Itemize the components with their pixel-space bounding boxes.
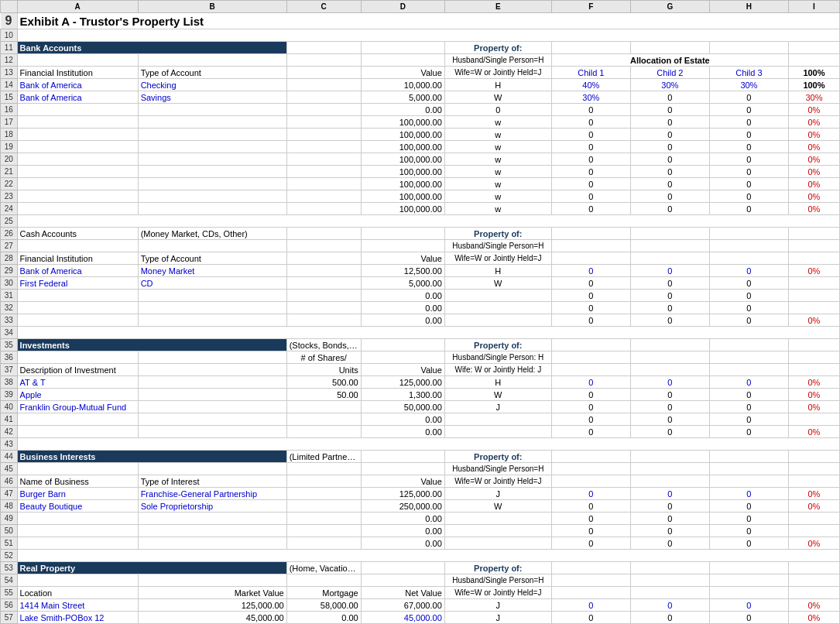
invest-row-40: 40 Franklin Group-Mutual Fund 50,000.00 …: [1, 401, 840, 413]
bank-15-h: 0: [709, 91, 788, 104]
invest-row-41: 41 0.00 000: [1, 413, 840, 426]
cash-label: Cash Accounts: [17, 228, 138, 240]
invest-col-headers: 37 Description of Investment Units Value…: [1, 364, 840, 376]
bank-15-d: 5,000.00: [361, 91, 444, 104]
row-43: 43: [1, 438, 840, 451]
biz-w-label: Wife=W or Jointly Held=J: [444, 475, 551, 488]
row-9-num: 9: [1, 13, 18, 29]
bank-property-of: Property of:: [444, 42, 551, 54]
col-h-header: H: [709, 1, 788, 13]
child1-label: Child 1: [551, 67, 630, 79]
bank-row-22: 22 100,000.00 w 000 0%: [1, 178, 840, 190]
bank-14-i: 100%: [788, 79, 839, 91]
cash-hw-row: 27 Husband/Single Person=H: [1, 240, 840, 252]
bank-15-g: 0: [630, 91, 709, 104]
cash-row-31: 31 0.00 000: [1, 290, 840, 302]
title-row: 9 Exhibit A - Trustor's Property List: [1, 13, 840, 29]
invest-row-38: 38 AT & T 500.00 125,000.00 H 0 0 0 0%: [1, 376, 840, 389]
cash-row-32: 32 0.00 000: [1, 302, 840, 314]
bank-acct-type-col: Type of Account: [138, 67, 286, 79]
biz-hw-row: 45 Husband/Single Person=H: [1, 463, 840, 475]
col-d-header: D: [361, 1, 444, 13]
invest-w-label: Wife: W or Jointly Held: J: [444, 364, 551, 376]
cash-w-label: Wife=W or Jointly Held=J: [444, 252, 551, 265]
bank-accounts-header-row: 11 Bank Accounts Property of:: [1, 42, 840, 54]
real-hw-row: 54 Husband/Single Person=H: [1, 574, 840, 587]
cash-row-29: 29 Bank of America Money Market 12,500.0…: [1, 265, 840, 277]
cash-row-33: 33 0.00 000 0%: [1, 314, 840, 327]
invest-shares-row: 36 # of Shares/ Husband/Single Person: H: [1, 351, 840, 364]
col-f-header: F: [551, 1, 630, 13]
bank-14-f: 40%: [551, 79, 630, 91]
biz-col-headers: 46 Name of Business Type of Interest Val…: [1, 475, 840, 488]
cash-row-30: 30 First Federal CD 5,000.00 W 0 0 0: [1, 277, 840, 290]
invest-header-row: 35 Investments (Stocks, Bonds, Mutual Fu…: [1, 339, 840, 351]
col-g-header: G: [630, 1, 709, 13]
invest-label: Investments: [17, 339, 286, 351]
bank-row-16: 16 0.00 0 0 0 0 0%: [1, 104, 840, 116]
col-i-header: I: [788, 1, 839, 13]
main-title: Exhibit A - Trustor's Property List: [17, 13, 839, 29]
cash-sublabel: (Money Market, CDs, Other): [138, 228, 286, 240]
bank-h-label: Husband/Single Person=H: [444, 54, 551, 67]
bank-value-col: Value: [361, 67, 444, 79]
bank-15-f: 30%: [551, 91, 630, 104]
spreadsheet: A B C D E F G H I 9 Exhibit A - Trustor'…: [0, 0, 840, 624]
bank-w-label: Wife=W or Jointly Held=J: [444, 67, 551, 79]
biz-row-49: 49 0.00 000: [1, 513, 840, 525]
bank-row-24: 24 100,000.00 w 000 0%: [1, 203, 840, 215]
bank-row-19: 19 100,000.00 w 000 0%: [1, 141, 840, 153]
real-row-57: 57 Lake Smith-POBox 12 45,000.00 0.00 45…: [1, 612, 840, 624]
row-25: 25: [1, 215, 840, 228]
child2-label: Child 2: [630, 67, 709, 79]
bank-14-b: Checking: [138, 79, 286, 91]
bank-row-17: 17 100,000.00 w 000 0%: [1, 116, 840, 129]
biz-row-50: 50 0.00 000: [1, 525, 840, 537]
bank-row-14: 14 Bank of America Checking 10,000.00 H …: [1, 79, 840, 91]
col-b-header: B: [138, 1, 286, 13]
bank-15-e: W: [444, 91, 551, 104]
bank-14-h: 30%: [709, 79, 788, 91]
bank-100pct: 100%: [788, 67, 839, 79]
real-h-label: Husband/Single Person=H: [444, 574, 551, 587]
bank-15-a: Bank of America: [17, 91, 138, 104]
bank-14-e: H: [444, 79, 551, 91]
cash-property-of: Property of:: [444, 228, 551, 240]
real-col-headers: 55 Location Market Value Mortgage Net Va…: [1, 587, 840, 599]
real-label: Real Property: [17, 562, 286, 574]
bank-row-20: 20 100,000.00 w 000 0%: [1, 153, 840, 166]
bank-14-g: 30%: [630, 79, 709, 91]
bank-14-a: Bank of America: [17, 79, 138, 91]
invest-shares-label: # of Shares/: [286, 351, 361, 364]
real-row-56: 56 1414 Main Street 125,000.00 58,000.00…: [1, 599, 840, 612]
bank-fin-inst-col: Financial Institution: [17, 67, 138, 79]
row-10: 10: [1, 29, 840, 42]
bank-15-b: Savings: [138, 91, 286, 104]
real-w-label: Wife=W or Jointly Held=J: [444, 587, 551, 599]
bank-15-i: 30%: [788, 91, 839, 104]
bank-col-headers: 13 Financial Institution Type of Account…: [1, 67, 840, 79]
biz-label: Business Interests: [17, 451, 286, 463]
child3-label: Child 3: [709, 67, 788, 79]
cash-header-row: 26 Cash Accounts (Money Market, CDs, Oth…: [1, 228, 840, 240]
biz-row-48: 48 Beauty Boutique Sole Proprietorship 2…: [1, 500, 840, 513]
row-52: 52: [1, 550, 840, 562]
biz-h-label: Husband/Single Person=H: [444, 463, 551, 475]
col-c-header: C: [286, 1, 361, 13]
col-a-header: A: [17, 1, 138, 13]
biz-property-of: Property of:: [444, 451, 551, 463]
biz-row-51: 51 0.00 000 0%: [1, 537, 840, 550]
cash-h-label: Husband/Single Person=H: [444, 240, 551, 252]
row-34: 34: [1, 327, 840, 339]
real-header-row: 53 Real Property (Home, Vacation Home, e…: [1, 562, 840, 574]
real-property-of: Property of:: [444, 562, 551, 574]
corner-header: [1, 1, 18, 13]
bank-hw-header-row: 12 Husband/Single Person=H Allocation of…: [1, 54, 840, 67]
invest-h-label: Husband/Single Person: H: [444, 351, 551, 364]
bank-row-23: 23 100,000.00 w 000 0%: [1, 190, 840, 203]
bank-14-d: 10,000.00: [361, 79, 444, 91]
bank-row-18: 18 100,000.00 w 000 0%: [1, 129, 840, 141]
biz-row-47: 47 Burger Barn Franchise-General Partner…: [1, 488, 840, 500]
invest-row-39: 39 Apple 50.00 1,300.00 W 0 0 0 0%: [1, 389, 840, 401]
allocation-label: Allocation of Estate: [551, 54, 788, 67]
